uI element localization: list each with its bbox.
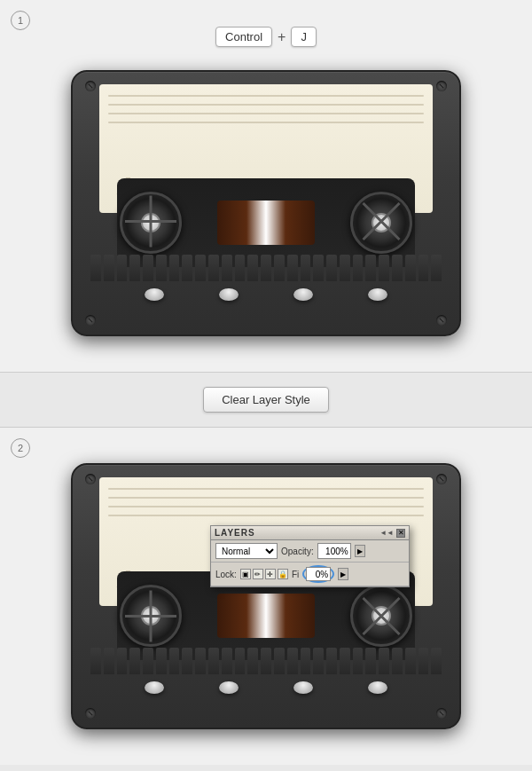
cassette-ribs-1 xyxy=(90,255,442,281)
tape-mechanism-1 xyxy=(117,178,415,267)
cassette-buttons-1 xyxy=(90,288,442,301)
reel-spokes-right xyxy=(353,194,410,251)
cassette-button xyxy=(293,681,313,694)
rib xyxy=(405,648,416,674)
rib xyxy=(313,648,324,674)
reel-right-2 xyxy=(350,585,412,647)
label-line xyxy=(108,95,424,97)
rib xyxy=(208,648,219,674)
rib xyxy=(274,648,285,674)
lock-label: Lock: xyxy=(215,570,237,579)
rib xyxy=(301,255,311,281)
lock-box-2[interactable]: ✏ xyxy=(253,569,263,579)
section-1: 1 Control + J A xyxy=(0,0,532,372)
rib xyxy=(195,255,206,281)
opacity-input[interactable] xyxy=(317,543,351,559)
screw-tl-2 xyxy=(85,474,96,484)
fill-arrow-btn[interactable]: ▶ xyxy=(338,568,348,580)
label-line xyxy=(108,104,424,106)
lock-box-1[interactable]: ▣ xyxy=(240,569,251,579)
rib xyxy=(379,648,389,674)
cassette-wrapper-2: A xyxy=(18,454,514,738)
spoke xyxy=(150,616,153,641)
rib xyxy=(156,255,167,281)
rib xyxy=(143,648,153,674)
screw-br xyxy=(436,315,447,326)
rib xyxy=(195,648,206,674)
rib xyxy=(90,255,101,281)
cassette-bottom-2 xyxy=(90,648,442,701)
cassette-1: A xyxy=(71,70,461,336)
lock-box-4[interactable]: 🔒 xyxy=(278,569,288,579)
rib xyxy=(129,648,140,674)
fill-input[interactable] xyxy=(306,567,331,581)
tape-window-2 xyxy=(217,594,315,638)
rib xyxy=(235,255,246,281)
rib xyxy=(326,255,337,281)
rib xyxy=(340,648,350,674)
clear-layer-style-button[interactable]: Clear Layer Style xyxy=(203,387,329,413)
label-line xyxy=(108,497,424,499)
cassette-button xyxy=(293,288,313,301)
control-key: Control xyxy=(215,27,272,47)
cassette-button xyxy=(368,288,387,301)
cassette-buttons-2 xyxy=(90,681,442,694)
rib xyxy=(405,255,416,281)
rib xyxy=(247,648,258,674)
layers-close-button[interactable]: ✕ xyxy=(396,529,405,538)
cassette-bottom-1 xyxy=(90,255,442,308)
rib xyxy=(287,648,298,674)
rib xyxy=(222,255,232,281)
fill-label: Fi xyxy=(292,570,299,579)
opacity-arrow-btn[interactable]: ▶ xyxy=(355,545,365,557)
rib xyxy=(431,255,442,281)
cassette-wrapper-1: A xyxy=(18,61,514,345)
screw-tr-2 xyxy=(436,474,447,484)
label-lines-2 xyxy=(99,488,433,516)
rib xyxy=(301,648,311,674)
lock-box-3[interactable]: ✛ xyxy=(265,569,276,579)
opacity-label: Opacity: xyxy=(281,547,314,556)
j-key: J xyxy=(291,27,317,47)
cassette-ribs-2 xyxy=(90,648,442,674)
rib xyxy=(169,648,180,674)
rib xyxy=(353,648,364,674)
screw-tr xyxy=(436,81,447,91)
rib xyxy=(235,648,246,674)
screw-br-2 xyxy=(436,708,447,719)
rib xyxy=(326,648,337,674)
spoke xyxy=(363,597,382,617)
rib xyxy=(247,255,258,281)
rib xyxy=(365,648,376,674)
plus-sign: + xyxy=(278,29,286,45)
reel-right xyxy=(350,192,412,254)
cassette-button xyxy=(219,681,239,694)
label-line xyxy=(108,515,424,516)
rib xyxy=(392,255,403,281)
reel-spokes-right-2 xyxy=(353,587,410,644)
layers-arrow-left[interactable]: ◄◄ xyxy=(379,529,394,537)
cassette-2: A xyxy=(71,463,461,729)
rib xyxy=(353,255,364,281)
rib xyxy=(156,648,167,674)
cassette-button xyxy=(145,288,164,301)
layers-titlebar: LAYERS ◄◄ ✕ xyxy=(211,526,409,540)
spoke xyxy=(380,615,400,634)
tape-window-1 xyxy=(217,201,315,245)
layers-controls: ◄◄ ✕ xyxy=(379,529,405,538)
rib xyxy=(117,648,128,674)
cassette-button xyxy=(145,681,164,694)
step-number-2: 2 xyxy=(11,438,30,458)
reel-left xyxy=(120,192,182,254)
screw-bl-2 xyxy=(85,708,96,719)
cassette-button xyxy=(219,288,239,301)
layers-blend-opacity-row: Normal Opacity: ▶ xyxy=(211,540,409,563)
layers-lock-fill-row: Lock: ▣ ✏ ✛ 🔒 Fi ▶ xyxy=(211,563,409,586)
rib xyxy=(90,648,101,674)
label-line xyxy=(108,113,424,114)
rib xyxy=(340,255,350,281)
rib xyxy=(379,255,389,281)
blend-mode-select[interactable]: Normal xyxy=(215,543,278,559)
rib xyxy=(104,255,114,281)
shortcut-bar: Control + J xyxy=(18,27,514,47)
